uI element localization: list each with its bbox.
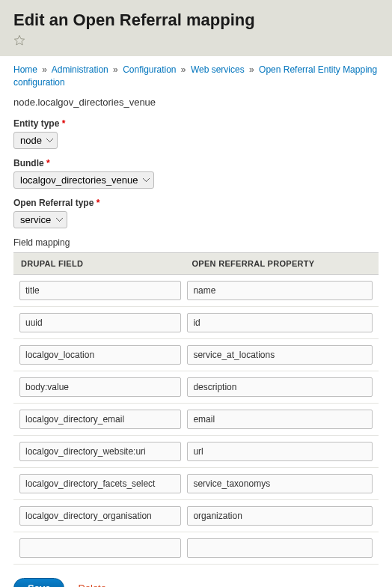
drupal-field-input[interactable]: [19, 345, 181, 365]
table-row: [13, 338, 379, 371]
bundle-select[interactable]: localgov_directories_venue: [13, 171, 154, 189]
open-referral-type-select[interactable]: service: [13, 211, 67, 228]
table-row: [13, 435, 379, 467]
table-row: [13, 371, 379, 403]
drupal-field-input[interactable]: [19, 506, 181, 526]
field-mapping-legend: Field mapping: [13, 237, 70, 248]
table-row: [13, 306, 379, 338]
breadcrumb: Home » Administration » Configuration » …: [13, 64, 379, 89]
open-referral-property-input[interactable]: [187, 474, 373, 493]
open-referral-property-input[interactable]: [187, 345, 373, 365]
breadcrumb-web-services[interactable]: Web services: [191, 64, 245, 75]
drupal-field-input[interactable]: [19, 377, 181, 397]
breadcrumb-administration[interactable]: Administration: [52, 64, 108, 75]
entity-type-select[interactable]: node: [13, 132, 58, 149]
drupal-field-input[interactable]: [19, 410, 181, 429]
drupal-field-input[interactable]: [19, 538, 181, 558]
field-mapping-table: DRUPAL FIELD OPEN REFERRAL PROPERTY: [13, 252, 379, 565]
table-row: [13, 499, 379, 532]
table-row: [13, 467, 379, 499]
page-title: Edit an Open Referral mapping: [13, 10, 379, 30]
column-drupal-field: DRUPAL FIELD: [13, 252, 184, 274]
machine-name: node.localgov_directories_venue: [13, 97, 379, 108]
open-referral-property-input[interactable]: [187, 442, 373, 461]
drupal-field-input[interactable]: [19, 442, 181, 461]
table-row: [13, 532, 379, 564]
open-referral-property-input[interactable]: [187, 410, 373, 429]
open-referral-property-input[interactable]: [187, 281, 373, 300]
save-button[interactable]: Save: [13, 578, 64, 587]
entity-type-label: Entity type *: [13, 118, 379, 129]
column-open-referral-property: OPEN REFERRAL PROPERTY: [184, 252, 379, 274]
open-referral-type-label: Open Referral type *: [13, 198, 379, 208]
bundle-label: Bundle *: [13, 158, 379, 168]
drupal-field-input[interactable]: [19, 313, 181, 332]
breadcrumb-home[interactable]: Home: [13, 64, 37, 75]
svg-marker-0: [14, 35, 24, 45]
open-referral-property-input[interactable]: [187, 313, 373, 332]
open-referral-property-input[interactable]: [187, 538, 373, 558]
breadcrumb-configuration[interactable]: Configuration: [123, 64, 176, 75]
open-referral-property-input[interactable]: [187, 506, 373, 526]
delete-link[interactable]: Delete: [78, 583, 106, 587]
table-row: [13, 403, 379, 435]
drupal-field-input[interactable]: [19, 281, 181, 300]
table-row: [13, 274, 379, 306]
open-referral-property-input[interactable]: [187, 377, 373, 397]
star-icon[interactable]: [13, 34, 25, 46]
drupal-field-input[interactable]: [19, 474, 181, 493]
